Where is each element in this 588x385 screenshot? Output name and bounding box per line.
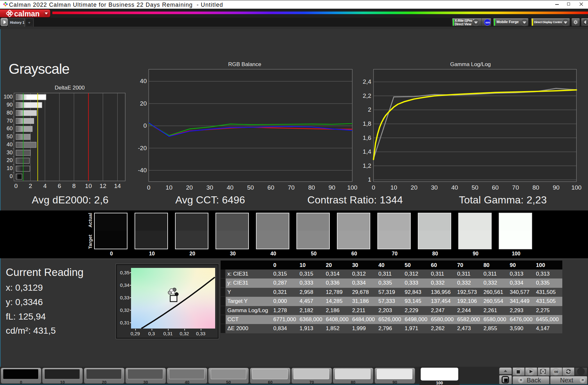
- svg-text:6: 6: [58, 183, 61, 189]
- svg-text:4: 4: [43, 183, 47, 189]
- svg-text:50: 50: [471, 184, 478, 191]
- svg-text:DeltaE 2000: DeltaE 2000: [55, 85, 85, 91]
- svg-text:-20: -20: [138, 145, 147, 151]
- svg-text:10: 10: [7, 165, 13, 171]
- svg-text:40: 40: [7, 141, 13, 148]
- svg-text:100: 100: [571, 184, 582, 191]
- svg-text:40: 40: [451, 184, 458, 191]
- svg-text:50: 50: [7, 133, 13, 140]
- svg-text:90: 90: [329, 184, 335, 191]
- svg-text:14: 14: [114, 183, 121, 189]
- svg-text:-40: -40: [138, 167, 147, 174]
- svg-text:2,2: 2,2: [363, 92, 371, 99]
- svg-text:0: 0: [10, 173, 13, 179]
- svg-text:40: 40: [140, 78, 147, 84]
- svg-text:30: 30: [206, 184, 213, 191]
- svg-text:70: 70: [288, 184, 294, 191]
- svg-text:60: 60: [268, 184, 274, 191]
- svg-text:70: 70: [7, 118, 13, 124]
- svg-text:RGB Balance: RGB Balance: [228, 61, 261, 67]
- svg-text:Gamma Log/Log: Gamma Log/Log: [450, 61, 491, 67]
- svg-text:20: 20: [7, 157, 13, 163]
- svg-text:1,4: 1,4: [363, 148, 372, 155]
- svg-text:80: 80: [308, 184, 315, 191]
- svg-text:∞: ∞: [554, 368, 558, 375]
- svg-text:30: 30: [7, 150, 13, 156]
- svg-text:1: 1: [368, 176, 371, 183]
- svg-text:8: 8: [72, 183, 76, 189]
- svg-text:70: 70: [512, 184, 519, 191]
- svg-text:2: 2: [29, 183, 32, 189]
- svg-text:100: 100: [347, 184, 357, 191]
- svg-text:20: 20: [186, 184, 193, 191]
- svg-text:60: 60: [492, 184, 499, 191]
- svg-text:60: 60: [7, 125, 13, 132]
- svg-text:0: 0: [372, 184, 375, 191]
- svg-text:10: 10: [391, 184, 397, 191]
- svg-text:1,6: 1,6: [363, 134, 371, 141]
- svg-text:10: 10: [166, 184, 172, 191]
- svg-text:2,4: 2,4: [363, 78, 372, 85]
- svg-text:1,8: 1,8: [363, 120, 371, 127]
- svg-text:0: 0: [143, 122, 147, 129]
- svg-text:50: 50: [247, 184, 254, 191]
- svg-text:40: 40: [227, 184, 233, 191]
- svg-text:0: 0: [14, 183, 18, 189]
- svg-text:80: 80: [532, 184, 539, 191]
- svg-text:20: 20: [140, 100, 147, 107]
- svg-text:80: 80: [7, 110, 13, 116]
- svg-text:100: 100: [4, 94, 13, 100]
- svg-text:20: 20: [411, 184, 417, 191]
- svg-text:1,2: 1,2: [363, 162, 371, 169]
- svg-text:90: 90: [553, 184, 559, 191]
- svg-text:2: 2: [368, 106, 371, 113]
- svg-text:90: 90: [7, 102, 13, 108]
- svg-text:30: 30: [431, 184, 438, 191]
- svg-text:10: 10: [85, 183, 92, 189]
- svg-text:12: 12: [100, 183, 106, 189]
- svg-text:0: 0: [147, 184, 151, 191]
